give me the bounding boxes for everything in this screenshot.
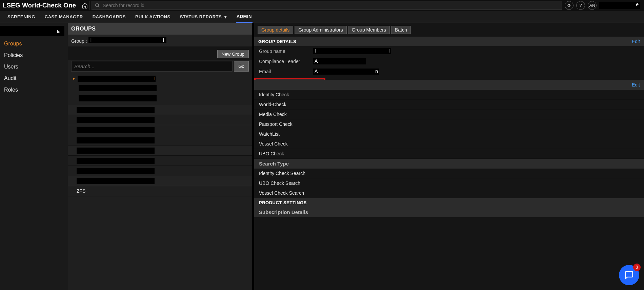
app-title: LSEG World-Check One — [3, 2, 80, 9]
list-item[interactable] — [68, 146, 252, 156]
entitlement-item: Identity Check — [254, 90, 644, 100]
chat-icon — [624, 270, 634, 280]
nav-admin[interactable]: ADMIN — [236, 11, 253, 23]
list-item[interactable] — [68, 125, 252, 135]
group-details-title: GROUP DETAILS — [258, 39, 296, 44]
search-type-item: Vessel Check Search — [254, 188, 644, 198]
username-display: e — [599, 2, 640, 9]
list-item[interactable] — [68, 135, 252, 146]
group-breadcrumb-value: I I — [88, 37, 166, 43]
group-name-label: Group name — [259, 49, 313, 54]
group-tree-root-name: I — [78, 76, 156, 82]
sidebar-subtitle: lu — [0, 26, 64, 36]
entitlement-item: Media Check — [254, 110, 644, 119]
email-label: Email — [259, 69, 313, 74]
sidebar-item-users[interactable]: Users — [0, 61, 68, 73]
chat-badge: 3 — [633, 264, 641, 271]
chevron-down-icon: ▾ — [224, 14, 227, 19]
groups-panel: GROUPS Group : I I New Group Go ▼ I — [68, 23, 254, 290]
search-type-item: Identity Check Search — [254, 169, 644, 178]
search-icon — [95, 3, 100, 8]
group-tree-child-name — [79, 85, 157, 91]
svg-line-1 — [98, 6, 99, 7]
help-icon: ? — [580, 3, 582, 8]
home-icon — [82, 2, 88, 8]
nav-screening[interactable]: SCREENING — [7, 11, 36, 22]
groups-title: GROUPS — [68, 23, 252, 35]
svg-point-0 — [96, 4, 99, 7]
admin-sidebar: lu Groups Policies Users Audit Roles — [0, 23, 68, 290]
global-search[interactable] — [92, 1, 562, 10]
nav-bulk-actions[interactable]: BULK ACTIONS — [135, 11, 171, 22]
detail-row-compliance-leader: Compliance Leader A — [254, 56, 644, 66]
group-breadcrumb-label: Group : — [71, 38, 87, 44]
search-type-item: UBO Check Search — [254, 178, 644, 188]
nav-case-manager[interactable]: CASE MANAGER — [44, 11, 84, 22]
subscription-details-header: Subscription Details — [254, 207, 644, 217]
compliance-leader-label: Compliance Leader — [259, 59, 313, 64]
nav-dashboards[interactable]: DASHBOARDS — [92, 11, 126, 22]
group-name-value-left: I — [315, 48, 316, 54]
group-details-section-header: GROUP DETAILS Edit — [254, 37, 644, 46]
compliance-leader-value-left: A — [315, 58, 318, 64]
avatar-initials: AN — [589, 3, 595, 8]
global-search-input[interactable] — [103, 3, 559, 8]
nav-status-reports[interactable]: STATUS REPORTS ▾ — [179, 11, 228, 22]
entitlement-item: Passport Check — [254, 119, 644, 129]
group-search-input[interactable] — [71, 61, 233, 72]
entitlement-item: UBO Check — [254, 149, 644, 159]
detail-row-email: Email A n — [254, 66, 644, 77]
sidebar-item-audit[interactable]: Audit — [0, 73, 68, 84]
tab-group-details[interactable]: Group details — [258, 26, 293, 34]
detail-row-group-name: Group name I I — [254, 46, 644, 56]
search-type-header: Search Type — [254, 159, 644, 169]
tab-group-members[interactable]: Group Members — [348, 26, 390, 34]
entitlement-item: World-Check — [254, 100, 644, 110]
group-search-go-button[interactable]: Go — [234, 61, 249, 72]
group-detail-panel: Group details Group Administrators Group… — [254, 23, 644, 290]
announcements-button[interactable] — [565, 1, 573, 10]
group-tree-root[interactable]: ▼ I — [71, 74, 249, 83]
entitlement-item: Vessel Check — [254, 139, 644, 149]
tab-batch[interactable]: Batch — [391, 26, 411, 34]
group-name-value: I I — [313, 48, 391, 54]
list-item[interactable] — [68, 156, 252, 166]
avatar-button[interactable]: AN — [588, 1, 597, 10]
group-breadcrumb: Group : I I — [68, 35, 252, 46]
group-tree-root-right: I — [154, 76, 156, 81]
group-tree-child-name — [79, 95, 157, 101]
nav-status-reports-label: STATUS REPORTS — [180, 14, 222, 19]
new-group-button[interactable]: New Group — [217, 50, 249, 58]
list-item[interactable] — [68, 176, 252, 186]
entitlement-item: WatchList — [254, 129, 644, 139]
edit-product-entitlements-link[interactable]: Edit — [632, 82, 640, 88]
email-value: A n — [313, 69, 379, 75]
group-breadcrumb-value-right: I — [163, 37, 164, 43]
sidebar-item-groups[interactable]: Groups — [0, 38, 68, 50]
tab-group-administrators[interactable]: Group Administrators — [295, 26, 347, 34]
email-value-left: A — [315, 69, 318, 74]
list-item[interactable]: ZFS — [68, 186, 252, 196]
sidebar-item-roles[interactable]: Roles — [0, 84, 68, 96]
compliance-leader-value: A — [313, 58, 366, 64]
chat-button[interactable]: 3 — [619, 265, 639, 285]
tree-collapse-icon[interactable]: ▼ — [72, 77, 76, 81]
edit-group-details-link[interactable]: Edit — [632, 39, 640, 44]
group-tree: ▼ I — [68, 74, 252, 103]
megaphone-icon — [566, 3, 572, 8]
email-value-right: n — [375, 69, 378, 74]
group-tree-child[interactable] — [71, 83, 249, 93]
group-name-value-right: I — [388, 48, 390, 54]
list-item[interactable] — [68, 115, 252, 125]
help-button[interactable]: ? — [576, 1, 585, 10]
list-item[interactable] — [68, 105, 252, 115]
home-button[interactable] — [80, 1, 89, 10]
sidebar-item-policies[interactable]: Policies — [0, 50, 68, 61]
product-settings-header: PRODUCT SETTINGS — [254, 198, 644, 207]
group-tree-child[interactable] — [71, 93, 249, 103]
main-nav: SCREENING CASE MANAGER DASHBOARDS BULK A… — [0, 11, 644, 23]
list-item[interactable] — [68, 166, 252, 176]
group-breadcrumb-value-left: I — [90, 37, 92, 43]
detail-tabs: Group details Group Administrators Group… — [254, 24, 644, 35]
